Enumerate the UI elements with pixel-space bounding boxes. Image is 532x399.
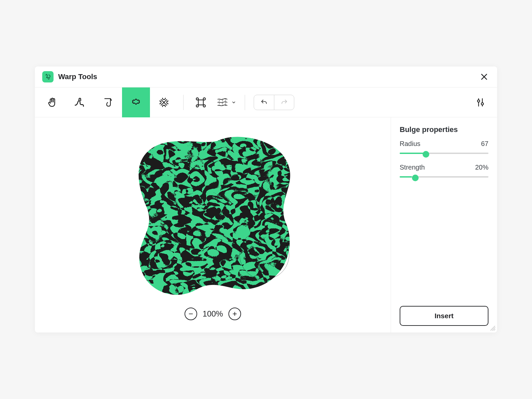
zoom-level: 100% (202, 309, 223, 319)
tool-hand[interactable] (38, 87, 66, 117)
tool-transform[interactable] (189, 87, 213, 117)
close-icon (480, 72, 488, 81)
tool-scramble[interactable] (150, 87, 178, 117)
radius-slider[interactable] (400, 154, 489, 155)
svg-point-5 (477, 100, 480, 102)
svg-point-4 (203, 105, 205, 107)
radius-label: Radius (400, 140, 420, 148)
redo-icon (280, 99, 289, 106)
canvas-area[interactable]: 100% (35, 117, 391, 332)
undo-button[interactable] (254, 95, 274, 110)
toolbar-separator (245, 95, 245, 110)
properties-panel: Bulge properties Radius 67 Strength 20% … (391, 117, 497, 332)
redo-button[interactable] (274, 95, 294, 110)
dialog-header: Warp Tools (35, 66, 497, 87)
smear-icon (102, 97, 114, 108)
tool-smear[interactable] (94, 87, 122, 117)
tool-finger[interactable] (66, 87, 94, 117)
bulge-icon (130, 96, 142, 108)
warped-artwork (120, 130, 306, 303)
strength-slider[interactable] (400, 177, 489, 179)
strength-label: Strength (400, 164, 425, 171)
zoom-in-button[interactable] (228, 308, 241, 320)
svg-point-1 (196, 98, 199, 100)
insert-button[interactable]: Insert (400, 306, 488, 326)
undo-icon (259, 99, 269, 106)
settings-button[interactable] (470, 92, 490, 112)
panel-title: Bulge properties (400, 125, 488, 134)
mesh-icon (216, 97, 229, 108)
content-area: 100% Bulge properties Radius 67 Strength… (35, 117, 497, 332)
strength-value: 20% (475, 164, 488, 171)
toolbar-separator (183, 95, 184, 110)
toolbar (35, 87, 497, 117)
strength-row: Strength 20% (400, 164, 488, 171)
transform-icon (195, 96, 207, 108)
radius-slider-wrap (400, 150, 488, 156)
chevron-down-icon (231, 100, 236, 105)
tool-group-transform (189, 87, 239, 117)
sliders-icon (475, 97, 486, 108)
tool-mesh-dropdown[interactable] (213, 87, 239, 117)
svg-point-6 (481, 102, 483, 105)
svg-point-2 (203, 98, 205, 100)
scramble-icon (158, 97, 170, 108)
zoom-out-button[interactable] (185, 308, 197, 320)
resize-handle-icon[interactable] (490, 326, 496, 331)
dialog-title: Warp Tools (58, 72, 478, 81)
svg-rect-0 (199, 100, 203, 105)
minus-icon (188, 311, 194, 317)
strength-slider-wrap (400, 174, 488, 180)
radius-row: Radius 67 (400, 140, 488, 148)
svg-rect-10 (120, 130, 306, 303)
close-button[interactable] (478, 71, 490, 82)
app-icon (42, 71, 54, 82)
tool-group-warp (38, 87, 178, 117)
tool-bulge[interactable] (122, 87, 150, 117)
radius-value: 67 (481, 140, 488, 148)
undo-redo-group (254, 95, 294, 110)
zoom-controls: 100% (185, 308, 241, 320)
hand-icon (46, 96, 58, 108)
plus-icon (232, 311, 238, 317)
finger-icon (73, 96, 87, 109)
svg-point-3 (196, 105, 199, 107)
warp-tools-dialog: Warp Tools (35, 66, 497, 332)
